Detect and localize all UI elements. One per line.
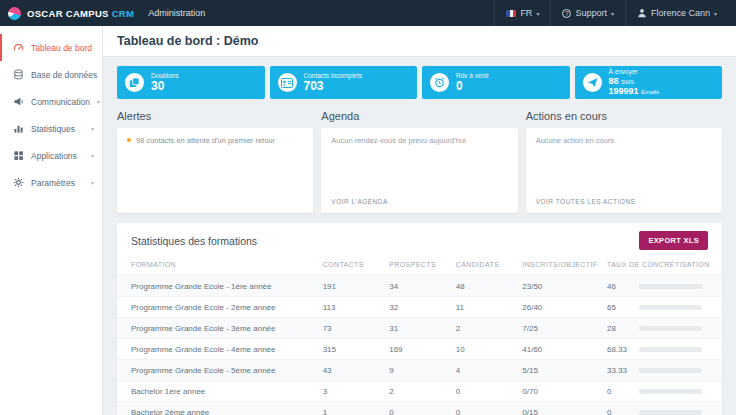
table-row[interactable]: Bachelor 2ème année 1 0 0 0/15 0: [117, 402, 722, 415]
language-menu[interactable]: FR ▾: [494, 0, 550, 26]
table-row[interactable]: Programme Grande Ecole - 5ème année 43 9…: [117, 360, 722, 381]
apps-grid-icon: [13, 150, 24, 161]
panels-row: Alertes 98 contacts en attente d'un prem…: [117, 108, 722, 213]
chart-bars-icon: [13, 123, 24, 134]
sidebar-item-label: Paramètres: [31, 178, 75, 188]
cell-inscrits: 0/15: [516, 402, 601, 415]
support-menu[interactable]: ? Support ▾: [550, 0, 625, 26]
stats-row: Doublons 30 Contacts incomplets 703 Rd: [117, 66, 722, 99]
page-title: Tableau de bord : Démo: [117, 34, 258, 48]
sidebar-item-label: Applications: [31, 151, 77, 161]
cell-contacts: 73: [317, 318, 384, 339]
user-name: Florence Cann: [651, 8, 710, 18]
cell-contacts: 113: [317, 297, 384, 318]
brand-text: OSCAR CAMPUS CRM: [27, 8, 134, 19]
oscar-campus-logo-icon: [8, 7, 21, 20]
chevron-down-icon: ▾: [97, 98, 100, 105]
actions-card: Aucune action en cours VOIR TOUTES LES A…: [526, 128, 722, 213]
alert-item[interactable]: 98 contacts en attente d'un premier reto…: [127, 136, 303, 146]
panel-alertes: Alertes 98 contacts en attente d'un prem…: [117, 108, 313, 213]
formations-table: FORMATION CONTACTS PROSPECTS CANDIDATS I…: [117, 257, 722, 415]
cell-inscrits: 5/15: [516, 360, 601, 381]
cell-candidats: 48: [450, 276, 517, 297]
cell-candidats: 10: [450, 339, 517, 360]
actions-empty-text: Aucune action en cours: [536, 136, 712, 145]
column-header-prospects: PROSPECTS: [383, 257, 450, 276]
voir-agenda-link[interactable]: VOIR L'AGENDA: [331, 198, 388, 205]
cell-prospects: 2: [383, 381, 450, 402]
stat-email-line: 199991 Emails: [609, 86, 660, 96]
sidebar: Tableau de bord Base de données Communic…: [0, 26, 103, 415]
sidebar-item-label: Communication: [31, 97, 90, 107]
stat-value: 0: [456, 80, 489, 93]
duplicate-icon: [125, 73, 144, 92]
cell-taux: 0: [601, 402, 722, 415]
database-icon: [13, 69, 24, 80]
voir-toutes-actions-link[interactable]: VOIR TOUTES LES ACTIONS: [536, 198, 636, 205]
chevron-down-icon: ▾: [91, 152, 94, 159]
stat-card-contacts-incomplets[interactable]: Contacts incomplets 703: [270, 66, 418, 99]
table-row[interactable]: Programme Grande Ecole - 3ème année 73 3…: [117, 318, 722, 339]
person-icon: [637, 8, 647, 18]
user-menu[interactable]: Florence Cann ▾: [625, 0, 728, 26]
progress-bar: [639, 284, 702, 289]
contact-card-icon: [278, 73, 297, 92]
nav-administration[interactable]: Administration: [148, 8, 205, 18]
cell-inscrits: 23/50: [516, 276, 601, 297]
cell-taux: 0: [601, 381, 722, 402]
column-header-taux: TAUX DE CONCRÉTISATION: [601, 257, 722, 276]
panel-title: Alertes: [117, 110, 313, 122]
cell-taux: 33.33: [601, 360, 722, 381]
progress-bar: [639, 389, 702, 394]
main-area: Tableau de bord : Démo Doublons 30 Conta…: [103, 26, 736, 415]
stat-label: À envoyer: [609, 68, 660, 76]
cell-inscrits: 41/60: [516, 339, 601, 360]
stat-card-a-envoyer[interactable]: À envoyer 88 SMS 199991 Emails: [575, 66, 723, 99]
table-header-row: FORMATION CONTACTS PROSPECTS CANDIDATS I…: [117, 257, 722, 276]
export-xls-button[interactable]: EXPORT XLS: [639, 231, 708, 250]
cell-inscrits: 0/70: [516, 381, 601, 402]
alert-dot-icon: [127, 138, 131, 142]
alertes-card: 98 contacts en attente d'un premier reto…: [117, 128, 313, 213]
agenda-card: Aucun rendez-vous de prévu aujourd'hui V…: [321, 128, 517, 213]
france-flag-icon: [506, 10, 516, 17]
panel-agenda: Agenda Aucun rendez-vous de prévu aujour…: [321, 108, 517, 213]
chevron-down-icon: ▾: [611, 10, 614, 17]
cell-prospects: 0: [383, 402, 450, 415]
support-label: Support: [575, 8, 607, 18]
question-circle-icon: ?: [562, 9, 571, 18]
paper-plane-icon: [583, 73, 602, 92]
panel-title: Agenda: [321, 110, 517, 122]
stat-label: Rdv à venir: [456, 72, 489, 80]
brand[interactable]: OSCAR CAMPUS CRM: [0, 7, 134, 20]
table-row[interactable]: Bachelor 1ère année 3 2 0 0/70 0: [117, 381, 722, 402]
sidebar-item-tableau-de-bord[interactable]: Tableau de bord: [0, 34, 102, 61]
chevron-down-icon: ▾: [91, 125, 94, 132]
stat-value: 30: [151, 80, 178, 93]
alarm-clock-icon: [430, 73, 449, 92]
alert-message: 98 contacts en attente d'un premier reto…: [136, 136, 275, 146]
table-row[interactable]: Programme Grande Ecole - 4ème année 315 …: [117, 339, 722, 360]
cell-formation: Programme Grande Ecole - 2ème année: [117, 297, 317, 318]
stat-card-doublons[interactable]: Doublons 30: [117, 66, 265, 99]
sidebar-item-label: Base de données: [31, 70, 97, 80]
sidebar-item-applications[interactable]: Applications ▾: [0, 142, 102, 169]
cell-prospects: 31: [383, 318, 450, 339]
agenda-empty-text: Aucun rendez-vous de prévu aujourd'hui: [331, 136, 507, 145]
sidebar-item-parametres[interactable]: Paramètres ▾: [0, 169, 102, 196]
stat-label: Doublons: [151, 72, 178, 80]
table-row[interactable]: Programme Grande Ecole - 1ère année 191 …: [117, 276, 722, 297]
stat-card-rdv-a-venir[interactable]: Rdv à venir 0: [422, 66, 570, 99]
table-row[interactable]: Programme Grande Ecole - 2ème année 113 …: [117, 297, 722, 318]
sidebar-item-base-de-donnees[interactable]: Base de données: [0, 61, 102, 88]
content: Doublons 30 Contacts incomplets 703 Rd: [103, 57, 736, 415]
cell-prospects: 9: [383, 360, 450, 381]
column-header-inscrits: INSCRITS/OBJECTIF: [516, 257, 601, 276]
cell-candidats: 11: [450, 297, 517, 318]
sidebar-item-communication[interactable]: Communication ▾: [0, 88, 102, 115]
sidebar-item-statistiques[interactable]: Statistiques ▾: [0, 115, 102, 142]
cell-taux: 65: [601, 297, 722, 318]
cell-contacts: 1: [317, 402, 384, 415]
gear-icon: [13, 177, 24, 188]
megaphone-icon: [13, 96, 24, 107]
